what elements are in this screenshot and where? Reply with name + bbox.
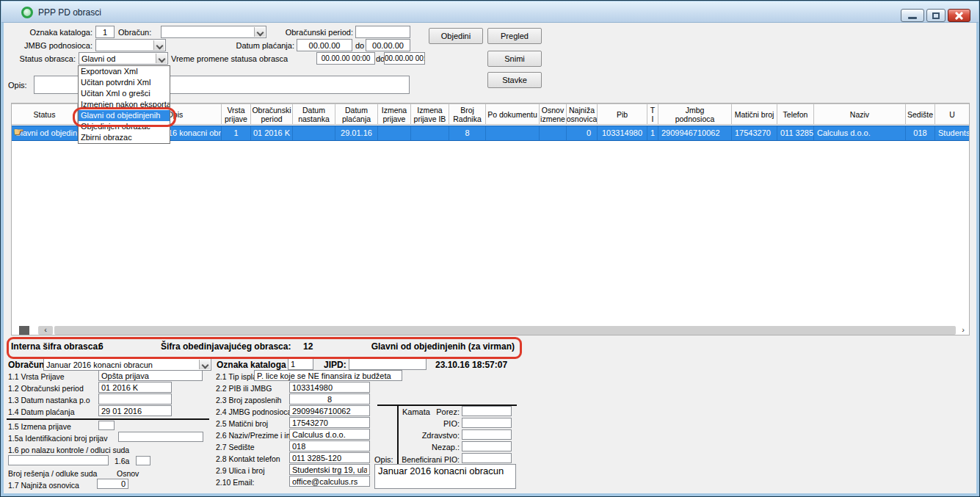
- jmbg-podnosioca-combo[interactable]: [95, 39, 166, 51]
- column-header[interactable]: Broj Radnika: [449, 104, 486, 124]
- column-header[interactable]: Jmbg podnosioca: [658, 104, 732, 124]
- pio-label: PIO:: [401, 419, 460, 428]
- column-header[interactable]: Matični broj: [732, 104, 777, 124]
- f28-input[interactable]: [289, 452, 370, 463]
- f26-label: 2.6 Naziv/Prezime i ime: [216, 431, 297, 440]
- f24-input[interactable]: [289, 405, 370, 416]
- f23-input[interactable]: [289, 393, 370, 405]
- scroll-left-icon: ‹: [44, 325, 47, 334]
- broj-resenja-label: Broj rešenja / odluke suda: [8, 469, 97, 478]
- chevron-down-icon[interactable]: [254, 27, 265, 37]
- hscroll-thumb[interactable]: [19, 326, 29, 335]
- chevron-down-icon[interactable]: [199, 360, 210, 369]
- status-obrasca-label: Status obrasca:: [7, 54, 76, 63]
- oznaka-kataloga-label: Oznaka kataloga:: [7, 28, 92, 37]
- hscroll-track[interactable]: [54, 326, 956, 335]
- snimi-button[interactable]: Snimi: [487, 51, 542, 67]
- grid-cell: [378, 126, 411, 140]
- f16a-checkbox[interactable]: [136, 456, 150, 465]
- nezap-input[interactable]: [462, 441, 512, 451]
- column-header[interactable]: Telefon: [777, 104, 814, 124]
- f17-input[interactable]: [97, 479, 128, 489]
- column-header[interactable]: U: [935, 104, 970, 124]
- obracunski-period-input[interactable]: [355, 26, 410, 38]
- column-header[interactable]: Status: [12, 104, 78, 124]
- porez-label: Porez:: [401, 407, 460, 416]
- opis-note-textarea[interactable]: Januar 2016 konacni obracun: [374, 464, 516, 489]
- dropdown-item[interactable]: Zbirni obrazac: [79, 132, 170, 143]
- pregled-button[interactable]: Pregled: [487, 28, 542, 44]
- f11-input[interactable]: [98, 370, 203, 381]
- datum-placanja-do-input[interactable]: [366, 39, 410, 51]
- f23-label: 2.3 Broj zaposlenih: [216, 396, 281, 405]
- f26-input[interactable]: [289, 429, 370, 440]
- chevron-down-icon[interactable]: [153, 40, 164, 50]
- f210-input[interactable]: [289, 476, 370, 487]
- f12-input[interactable]: [98, 382, 172, 393]
- f14-label: 1.4 Datum plaćanja: [8, 407, 74, 416]
- f22-input[interactable]: [289, 382, 370, 393]
- grid-cell: 1: [647, 126, 658, 140]
- column-header[interactable]: Izmena prijave IB: [411, 104, 449, 124]
- annotation-highlight-dropdown-item: [73, 107, 176, 127]
- column-header[interactable]: Datum nastanka: [293, 104, 335, 124]
- jipd-input[interactable]: [349, 358, 427, 370]
- dropdown-item[interactable]: Učitan potvrdni Xml: [79, 77, 170, 88]
- minimize-icon: [908, 17, 917, 19]
- detail-obracun-combo[interactable]: Januar 2016 konacni obracun: [43, 358, 211, 371]
- hscroll-left-button[interactable]: ‹: [38, 326, 53, 335]
- column-header[interactable]: Najniža osnovica: [567, 104, 598, 124]
- minimize-button[interactable]: [901, 9, 924, 22]
- datum-placanja-od-input[interactable]: [297, 39, 352, 51]
- status-obrasca-combo[interactable]: Glavni od: [79, 52, 168, 65]
- opis-filter-label: Opis:: [8, 81, 27, 90]
- column-header[interactable]: Datum plaćanja: [335, 104, 378, 124]
- column-header[interactable]: Osnov izmene: [540, 104, 567, 124]
- detail-oznaka-input[interactable]: [288, 358, 313, 370]
- oznaka-kataloga-input[interactable]: [95, 26, 115, 38]
- stavke-button[interactable]: Stavke: [487, 72, 542, 88]
- column-header[interactable]: Naziv: [814, 104, 906, 124]
- f15-checkbox[interactable]: [98, 421, 115, 430]
- detail-obracun-label: Obračun:: [8, 360, 47, 370]
- vreme-promene-label: Vreme promene statusa obrasca: [171, 54, 288, 63]
- close-button[interactable]: [948, 9, 970, 22]
- column-header[interactable]: Sedište: [906, 104, 935, 124]
- column-header[interactable]: Izmena prijave: [378, 104, 411, 124]
- column-header[interactable]: Vrsta prijave: [222, 104, 251, 124]
- obracun-combo[interactable]: [161, 26, 266, 38]
- hscroll-right-button[interactable]: ›: [957, 326, 969, 335]
- chevron-down-icon[interactable]: [156, 54, 167, 63]
- dropdown-item[interactable]: Exportovan Xml: [79, 66, 170, 77]
- vreme-do-input[interactable]: [384, 52, 425, 65]
- restore-button[interactable]: [926, 9, 945, 22]
- f12-label: 1.2 Obračunski period: [8, 384, 84, 393]
- f21-input[interactable]: [254, 370, 402, 381]
- zdravstvo-input[interactable]: [462, 429, 512, 440]
- titlebar[interactable]: PPP PD obrasci: [1, 1, 979, 23]
- dropdown-item[interactable]: Učitan Xml o grešci: [79, 88, 170, 99]
- pio-input[interactable]: [462, 418, 512, 428]
- f27-input[interactable]: [289, 440, 370, 451]
- f13-label: 1.3 Datum nastanka p.o: [8, 396, 90, 405]
- f16-input[interactable]: [8, 455, 109, 465]
- column-header[interactable]: Po dokumentu: [486, 104, 540, 124]
- status-dropdown-list: Exportovan XmlUčitan potvrdni XmlUčitan …: [78, 65, 170, 144]
- f15-label: 1.5 Izmena prijave: [8, 422, 71, 431]
- beneficirani-pio-input[interactable]: [462, 453, 512, 463]
- column-header[interactable]: T I: [647, 104, 658, 124]
- column-header[interactable]: Obračunski period: [251, 104, 293, 124]
- datum-placanja-label: Datum plaćanja:: [219, 41, 294, 50]
- column-header[interactable]: Pib: [598, 104, 647, 124]
- f25-input[interactable]: [289, 417, 370, 428]
- grid-cell: [486, 126, 540, 140]
- f15a-input[interactable]: [118, 432, 203, 442]
- vreme-od-input[interactable]: [316, 52, 375, 65]
- f14-input[interactable]: [98, 405, 172, 416]
- f13-input[interactable]: [98, 393, 172, 405]
- porez-input[interactable]: [462, 406, 512, 416]
- row-pointer-hand-icon: ☛: [13, 126, 23, 138]
- objedini-button[interactable]: Objedini: [429, 28, 483, 44]
- window-title: PPP PD obrasci: [38, 7, 101, 18]
- f29-input[interactable]: [289, 464, 370, 475]
